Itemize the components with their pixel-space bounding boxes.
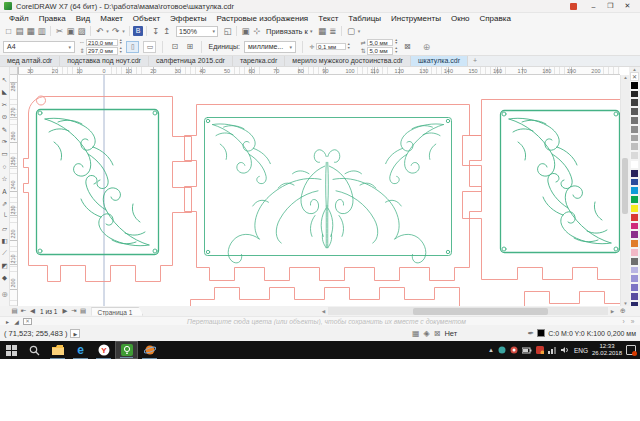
alert-icon[interactable] <box>570 3 577 10</box>
toolbox-tool[interactable]: ◧ <box>0 235 9 247</box>
color-swatch[interactable] <box>630 142 639 151</box>
width-spinner[interactable]: ▲▼ <box>119 39 122 46</box>
network-icon[interactable] <box>548 346 557 354</box>
color-swatch[interactable] <box>630 222 639 231</box>
page-width-input[interactable]: 210,0 мм <box>86 39 118 47</box>
color-swatch[interactable] <box>630 178 639 187</box>
color-swatch[interactable] <box>630 248 639 257</box>
menu-item[interactable]: Справка <box>475 14 516 23</box>
toolbox-tool[interactable]: ⟋ <box>0 247 9 259</box>
vertical-scrollbar[interactable]: ▲ ▼ <box>620 75 629 306</box>
menu-item[interactable]: Окно <box>446 14 475 23</box>
color-swatch[interactable] <box>630 151 639 160</box>
all-pages-icon[interactable]: ⊡ <box>169 42 180 51</box>
page-tab[interactable]: Страница 1 <box>91 307 143 316</box>
last-page-icon[interactable]: ⇥ <box>69 307 78 315</box>
document-tab[interactable]: шкатулка.cdr <box>411 56 468 66</box>
page-height-input[interactable]: 297,0 мм <box>86 47 118 55</box>
menu-item[interactable]: Файл <box>4 14 34 23</box>
toolbox-tool[interactable]: ✑ <box>0 136 9 148</box>
menu-item[interactable]: Инструменты <box>386 14 446 23</box>
add-page-icon[interactable]: ▤ <box>78 307 87 315</box>
previous-page-icon[interactable]: ◀ <box>28 307 37 315</box>
toolbar-icon[interactable]: B <box>133 26 143 36</box>
document-tab[interactable]: подставка под ноут.cdr <box>60 56 149 66</box>
toolbox-tool[interactable]: ↖ <box>0 74 9 86</box>
color-swatch[interactable] <box>630 213 639 222</box>
nudge-distance-input[interactable]: 0,1 мм <box>316 43 346 51</box>
toolbar-icon[interactable] <box>146 26 147 36</box>
color-swatch[interactable] <box>630 116 639 125</box>
menu-item[interactable]: Вид <box>71 14 95 23</box>
volume-icon[interactable] <box>561 346 570 354</box>
snap-to-dropdown[interactable]: Привязать к ▾ <box>266 27 312 36</box>
eyedropper-corner-icon[interactable]: ◢ <box>12 318 21 325</box>
no-color-swatch[interactable]: ✕ <box>630 72 639 81</box>
close-button[interactable]: ✕ <box>619 2 636 10</box>
tray-app-icon[interactable] <box>498 346 506 354</box>
color-swatch[interactable] <box>630 169 639 178</box>
toolbar-icon[interactable]: ▣ <box>240 26 251 36</box>
drawing-canvas[interactable] <box>18 75 620 306</box>
language-indicator[interactable]: ENG <box>574 347 588 354</box>
color-swatch[interactable] <box>630 292 639 301</box>
color-swatch[interactable] <box>630 204 639 213</box>
taskbar-search-button[interactable] <box>23 341 46 359</box>
height-spinner[interactable]: ▲▼ <box>119 47 122 54</box>
treat-as-filled-icon[interactable]: ⊠ <box>402 42 413 51</box>
current-page-icon[interactable]: ⊞ <box>184 42 195 51</box>
coreldraw-taskbar-button[interactable] <box>115 341 138 359</box>
battery-icon[interactable] <box>522 347 532 354</box>
color-swatch[interactable] <box>630 257 639 266</box>
object-status-icon[interactable]: ◈ <box>424 329 430 338</box>
color-swatch[interactable] <box>630 160 639 169</box>
color-swatch[interactable] <box>630 230 639 239</box>
landscape-orientation-button[interactable]: ▭ <box>143 41 156 53</box>
menu-item[interactable]: Объект <box>128 14 165 23</box>
toolbar-icon[interactable]: ▦ <box>25 26 36 36</box>
toolbar-icon[interactable]: ↶ <box>94 26 105 36</box>
toolbar-icon[interactable]: ≣ <box>327 26 338 36</box>
toolbar-icon[interactable]: ↧ <box>150 26 161 36</box>
toolbar-icon[interactable]: ◱ <box>222 26 233 36</box>
menu-item[interactable]: Макет <box>95 14 128 23</box>
horizontal-ruler[interactable]: 3020100102030405060708090100110120130140… <box>18 67 620 75</box>
toolbar-icon[interactable]: ⊹ <box>251 26 262 36</box>
tray-alert-icon[interactable] <box>536 346 544 354</box>
nudge-spinner[interactable]: ▲▼ <box>347 43 350 50</box>
new-document-tab-button[interactable]: + <box>468 56 482 66</box>
horizontal-scrollbar[interactable] <box>328 307 608 315</box>
toolbox-tool[interactable]: ☆ <box>0 173 9 185</box>
horizontal-scroll-thumb[interactable] <box>413 308 548 315</box>
color-swatch[interactable] <box>630 107 639 116</box>
toolbox-tool[interactable]: ⊙ <box>0 111 9 123</box>
toolbox-tool[interactable]: ✎ <box>0 124 9 136</box>
add-control-icon[interactable]: ⊕ <box>423 42 431 52</box>
color-swatch[interactable] <box>630 195 639 204</box>
color-swatch[interactable] <box>630 266 639 275</box>
duplicate-y-input[interactable]: 5,0 мм <box>367 47 393 55</box>
toolbar-icon[interactable] <box>90 26 91 36</box>
menu-item[interactable]: Таблицы <box>343 14 386 23</box>
toolbox-tool[interactable]: ⇗ <box>0 198 9 210</box>
toolbar-icon[interactable]: ▨ <box>76 26 87 36</box>
file-explorer-button[interactable] <box>46 341 69 359</box>
document-tab[interactable]: тарелка.cdr <box>233 56 285 66</box>
taskbar-clock[interactable]: 12:33 26.02.2018 <box>592 343 622 357</box>
document-tab[interactable]: салфетница 2015.cdr <box>149 56 233 66</box>
vertical-scroll-thumb[interactable] <box>622 158 628 214</box>
toolbar-icon[interactable]: ▾ <box>121 28 126 34</box>
play-icon[interactable]: ▸ <box>3 318 12 325</box>
toolbox-tool[interactable]: ◆ <box>0 272 9 284</box>
color-swatch[interactable] <box>630 90 639 99</box>
next-page-icon[interactable]: ▶ <box>60 307 69 315</box>
toolbox-tool[interactable]: А <box>0 186 9 198</box>
color-swatch[interactable] <box>630 125 639 134</box>
toolbox-tool[interactable]: ▱ <box>0 223 9 235</box>
menu-item[interactable]: Растровые изображения <box>211 14 313 23</box>
minimize-button[interactable]: – <box>585 3 602 10</box>
color-swatch[interactable] <box>630 283 639 292</box>
document-tab[interactable]: мед алтай.cdr <box>0 56 60 66</box>
toolbox-tool[interactable]: ▭ <box>0 148 9 160</box>
scroll-left-icon[interactable]: ◀ <box>319 309 328 314</box>
